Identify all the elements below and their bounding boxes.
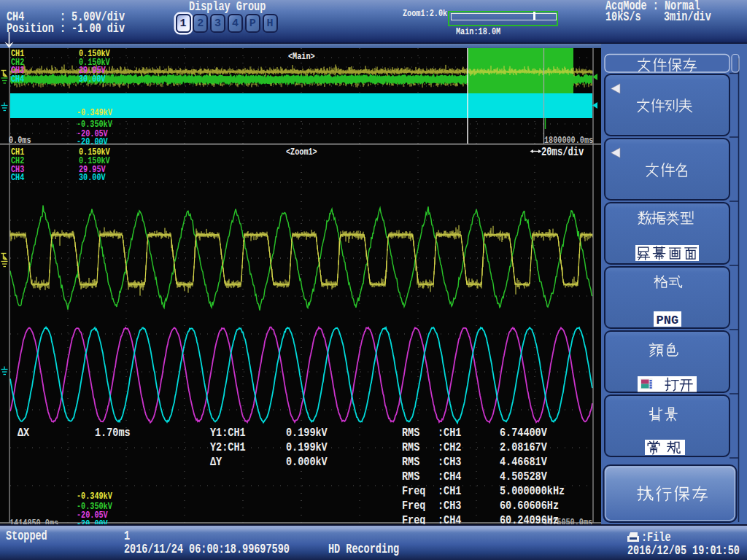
svg-text:-0.349kV: -0.349kV (77, 491, 112, 502)
svg-text::CH2: :CH2 (438, 440, 461, 454)
svg-text:20ms/div: 20ms/div (541, 145, 584, 159)
svg-text::CH1: :CH1 (438, 484, 461, 498)
svg-text:-20.00V: -20.00V (77, 136, 108, 147)
svg-text:1800000.0ms: 1800000.0ms (544, 135, 593, 146)
svg-text:CH4: CH4 (11, 74, 24, 85)
svg-text:60.60606Hz: 60.60606Hz (500, 499, 559, 513)
svg-text::CH4: :CH4 (438, 470, 461, 483)
svg-text:0.199kV: 0.199kV (286, 426, 328, 440)
svg-text:Y1:CH1: Y1:CH1 (210, 426, 246, 440)
svg-text::CH3: :CH3 (438, 499, 461, 513)
svg-text:Freq: Freq (402, 484, 425, 498)
svg-text:PNG: PNG (657, 314, 679, 327)
svg-text:RMS: RMS (402, 470, 419, 483)
svg-text::CH3: :CH3 (438, 455, 461, 469)
svg-text:0.000kV: 0.000kV (286, 455, 328, 469)
svg-text:6.74400V: 6.74400V (500, 426, 547, 440)
svg-text:1.70ms: 1.70ms (95, 426, 131, 440)
svg-text:0.0ms: 0.0ms (9, 135, 31, 146)
svg-text:ΔX: ΔX (18, 426, 30, 440)
svg-text:RMS: RMS (402, 426, 419, 440)
svg-text:60.24096Hz: 60.24096Hz (500, 513, 559, 525)
svg-text:30.00V: 30.00V (79, 172, 106, 183)
svg-text:CH4: CH4 (11, 172, 24, 183)
svg-text:ΔY: ΔY (210, 455, 222, 469)
svg-text::CH4: :CH4 (438, 513, 461, 525)
svg-text:0.199kV: 0.199kV (286, 440, 328, 454)
svg-text::CH1: :CH1 (438, 426, 461, 440)
svg-text:30.00V: 30.00V (79, 74, 106, 85)
svg-text:RMS: RMS (402, 440, 419, 454)
svg-text:4.46681V: 4.46681V (500, 455, 547, 469)
svg-text:Y2:CH1: Y2:CH1 (210, 440, 246, 454)
svg-text:Freq: Freq (402, 513, 425, 525)
svg-text:4.50528V: 4.50528V (500, 470, 547, 483)
svg-text:Freq: Freq (402, 499, 425, 513)
svg-text:<Zoom1>: <Zoom1> (286, 147, 317, 158)
svg-text:-0.349kV: -0.349kV (77, 107, 112, 118)
svg-text:2.08167V: 2.08167V (500, 440, 547, 454)
svg-text:5.000000kHz: 5.000000kHz (500, 484, 565, 498)
svg-text:<Main>: <Main> (288, 51, 315, 62)
svg-text:RMS: RMS (402, 455, 419, 469)
